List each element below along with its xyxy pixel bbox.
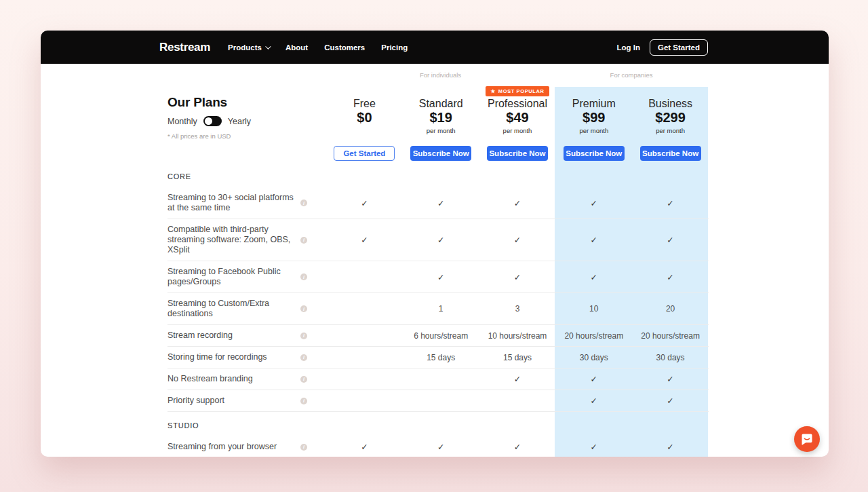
info-icon[interactable]: i <box>300 376 307 383</box>
info-icon[interactable]: i <box>300 305 307 312</box>
plan-feature-value: ✓ <box>479 235 556 245</box>
premium-subscribe-button[interactable]: Subscribe Now <box>564 146 625 161</box>
pricing-content: Our Plans Monthly Yearly * All prices ar… <box>41 64 829 457</box>
info-icon-cell: i <box>300 200 326 206</box>
chat-launcher-button[interactable] <box>794 426 820 452</box>
plan-headers: Free $0 Get Started Standard $19 per mon… <box>326 86 709 161</box>
feature-label: Streaming to 30+ social platforms at the… <box>167 193 300 213</box>
nav-item-about[interactable]: About <box>285 43 308 52</box>
plan-feature-value: 1 <box>403 304 479 314</box>
plan-feature-value: ✓ <box>555 272 632 282</box>
chevron-down-icon <box>265 43 271 49</box>
plan-feature-value: ✓ <box>403 235 479 245</box>
plan-feature-value: 10 <box>555 304 632 314</box>
plan-column-free: Free $0 Get Started <box>326 86 403 161</box>
info-icon[interactable]: i <box>300 273 307 280</box>
restream-logo[interactable]: Restream <box>159 41 210 54</box>
plan-name: Business <box>632 98 709 109</box>
section-title: STUDIO <box>167 412 709 436</box>
plan-feature-value: ✓ <box>555 396 632 406</box>
plan-feature-value: ✓ <box>479 198 556 208</box>
plan-feature-value: ✓ <box>632 198 709 208</box>
business-subscribe-button[interactable]: Subscribe Now <box>640 146 701 161</box>
info-icon-cell: i <box>300 305 326 312</box>
info-icon[interactable]: i <box>300 444 307 451</box>
professional-subscribe-button[interactable]: Subscribe Now <box>487 146 548 161</box>
info-icon-cell: i <box>300 273 326 280</box>
plan-feature-value: ✓ <box>479 442 556 452</box>
info-icon-cell: i <box>300 354 326 361</box>
nav-item-pricing[interactable]: Pricing <box>381 43 408 52</box>
info-icon[interactable]: i <box>300 398 307 404</box>
plan-feature-value: ✓ <box>326 442 403 452</box>
plan-feature-value: 30 days <box>555 353 632 362</box>
group-label-companies: For companies <box>555 71 708 79</box>
info-icon[interactable]: i <box>300 333 307 339</box>
most-popular-badge: ★ MOST POPULAR <box>486 86 550 96</box>
info-icon[interactable]: i <box>300 200 307 206</box>
nav-links: Products About Customers Pricing <box>228 43 408 52</box>
plan-feature-value: 20 <box>632 304 709 314</box>
toggle-knob <box>205 117 212 125</box>
plan-name: Free <box>326 98 403 109</box>
plan-column-premium: Premium $99 per month Subscribe Now <box>555 86 632 161</box>
prices-note: * All prices are in USD <box>167 132 251 140</box>
plan-name: Professional <box>479 98 556 109</box>
nav-item-customers[interactable]: Customers <box>324 43 365 52</box>
plan-price: $299 <box>632 109 709 126</box>
feature-label: Compatible with third-party streaming so… <box>167 225 300 255</box>
star-icon: ★ <box>491 88 496 94</box>
login-link[interactable]: Log In <box>617 43 641 52</box>
plan-feature-value: ✓ <box>555 374 632 384</box>
monthly-label[interactable]: Monthly <box>167 117 197 126</box>
plan-feature-value: ✓ <box>403 442 479 452</box>
plan-column-standard: Standard $19 per month Subscribe Now <box>403 86 479 161</box>
feature-label: No Restream branding <box>167 374 300 384</box>
plan-feature-value: 6 hours/stream <box>403 331 479 341</box>
info-icon-cell: i <box>300 444 326 451</box>
section-title: CORE <box>167 163 709 187</box>
info-icon[interactable]: i <box>300 237 307 244</box>
plan-name: Standard <box>403 98 479 109</box>
free-get-started-button[interactable]: Get Started <box>334 146 395 161</box>
nav-get-started-button[interactable]: Get Started <box>650 39 708 56</box>
plan-feature-value: ✓ <box>632 442 709 452</box>
plan-feature-value: ✓ <box>479 272 556 282</box>
info-icon-cell: i <box>300 237 326 244</box>
plan-feature-value: ✓ <box>555 442 632 452</box>
plan-feature-value: 20 hours/stream <box>632 331 709 341</box>
plan-feature-value: 30 days <box>632 353 709 362</box>
plan-feature-value: ✓ <box>326 198 403 208</box>
feature-label: Streaming to Facebook Public pages/Group… <box>167 267 300 287</box>
table-row: Streaming to 30+ social platforms at the… <box>167 187 709 219</box>
info-icon-cell: i <box>300 333 326 339</box>
info-icon-cell: i <box>300 398 326 404</box>
nav-item-products[interactable]: Products <box>228 43 269 52</box>
plan-feature-value: ✓ <box>403 198 479 208</box>
page-title: Our Plans <box>167 95 251 110</box>
billing-period-toggle[interactable] <box>203 116 222 126</box>
plan-feature-value: ✓ <box>632 272 709 282</box>
feature-table: CORE Streaming to 30+ social platforms a… <box>167 163 709 457</box>
feature-label: Priority support <box>167 396 300 406</box>
table-row: Streaming to Facebook Public pages/Group… <box>167 261 709 293</box>
plan-column-professional: ★ MOST POPULAR Professional $49 per mont… <box>479 86 556 161</box>
plan-period: per month <box>403 127 479 134</box>
plan-price: $49 <box>479 109 556 126</box>
info-icon[interactable]: i <box>300 354 307 361</box>
plan-feature-value: 10 hours/stream <box>479 331 556 341</box>
table-row: No Restream branding i ✓ ✓ ✓ <box>167 368 709 390</box>
feature-label: Streaming from your browser <box>167 442 300 452</box>
plan-feature-value: ✓ <box>632 396 709 406</box>
table-row: Priority support i ✓ ✓ <box>167 390 709 412</box>
plan-feature-value: ✓ <box>403 272 479 282</box>
plan-feature-value: 15 days <box>403 353 479 362</box>
plans-intro: Our Plans Monthly Yearly * All prices ar… <box>167 95 251 140</box>
plan-price: $19 <box>403 109 479 126</box>
plan-feature-value: ✓ <box>632 374 709 384</box>
plan-period: per month <box>479 127 556 134</box>
plan-period <box>326 127 403 134</box>
standard-subscribe-button[interactable]: Subscribe Now <box>410 146 471 161</box>
plan-period: per month <box>555 127 632 134</box>
yearly-label[interactable]: Yearly <box>228 117 251 126</box>
